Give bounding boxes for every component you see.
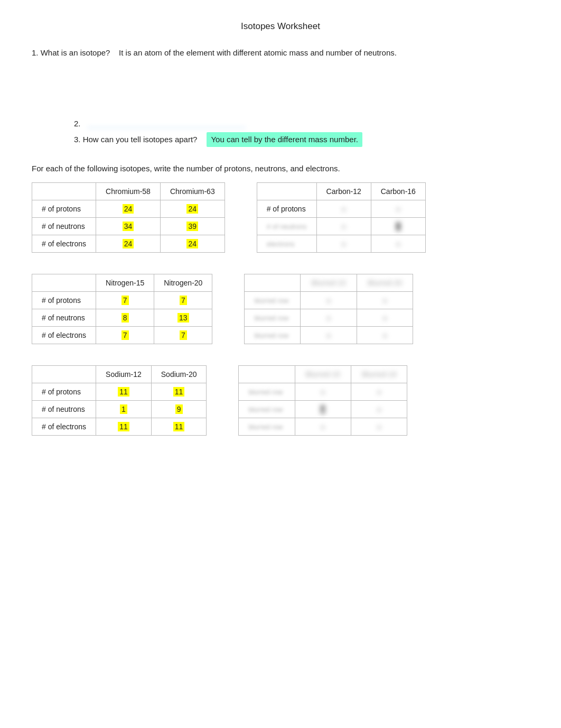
table-row: # of neutrons 1 9 <box>32 401 207 418</box>
table-row: blurred row ● ● <box>245 292 413 309</box>
chromium58-protons: 24 <box>96 200 161 218</box>
table-row: # of protons ● ● <box>257 200 425 218</box>
blurred2-row1-label: blurred row <box>245 292 301 309</box>
chromium-table: Chromium-58 Chromium-63 # of protons 24 … <box>32 182 225 253</box>
sodium20-protons: 11 <box>151 383 207 401</box>
table-row: # of electrons 7 7 <box>32 327 212 344</box>
row-label-protons: # of protons <box>32 200 96 218</box>
row-label-electrons-carbon: electrons <box>257 235 316 253</box>
blurred3-row2-label: blurred row <box>239 401 295 418</box>
table-row: # of protons 7 7 <box>32 292 212 309</box>
carbon16-neutrons: ● <box>371 218 425 235</box>
carbon12-protons: ● <box>316 200 371 218</box>
blurred3-col2-header: Blurred-19 <box>351 366 407 383</box>
blurred3-row3-label: blurred row <box>239 418 295 436</box>
sodium-table: Sodium-12 Sodium-20 # of protons 11 11 #… <box>32 365 207 436</box>
blurred3-col1-header: Blurred-15 <box>295 366 351 383</box>
table-row: # of neutrons ● ● <box>257 218 425 235</box>
row-label-electrons-s: # of electrons <box>32 418 96 436</box>
question-1: 1. What is an isotope? It is an atom of … <box>32 47 529 59</box>
row-label-protons-carbon: # of protons <box>257 200 316 218</box>
q3-answer: You can tell by the different mass numbe… <box>207 132 362 147</box>
row-label-neutrons-n: # of neutrons <box>32 309 96 327</box>
row-label-electrons: # of electrons <box>32 235 96 253</box>
carbon-col1-header: Carbon-12 <box>316 183 371 200</box>
blurred-table-2: Blurred-15 Blurred-20 blurred row ● ● bl… <box>244 274 413 344</box>
blurred2-row2-label: blurred row <box>245 309 301 327</box>
blurred3-row1-label: blurred row <box>239 383 295 401</box>
chromium63-protons: 24 <box>160 200 225 218</box>
carbon-col2-header: Carbon-16 <box>371 183 425 200</box>
sodium-col2-header: Sodium-20 <box>151 366 207 383</box>
carbon12-neutrons: ● <box>316 218 371 235</box>
table-row: # of neutrons 34 39 <box>32 218 225 235</box>
table-row: blurred row ● ● <box>245 309 413 327</box>
blurred2-col1-header: Blurred-15 <box>301 274 357 292</box>
chromium63-electrons: 24 <box>160 235 225 253</box>
table-row: blurred row ● ● <box>239 401 407 418</box>
q3-label: 3. How can you tell isotopes apart? <box>74 133 197 146</box>
table-row: blurred row ● ● <box>239 383 407 401</box>
sodium20-electrons: 11 <box>151 418 207 436</box>
nitrogen15-neutrons: 8 <box>96 309 154 327</box>
table-row: # of protons 11 11 <box>32 383 207 401</box>
carbon-table: Carbon-12 Carbon-16 # of protons ● ● # o… <box>257 182 426 253</box>
chromium-col1-header: Chromium-58 <box>96 183 161 200</box>
nitrogen20-protons: 7 <box>154 292 212 309</box>
tables-row-2: Nitrogen-15 Nitrogen-20 # of protons 7 7… <box>32 274 529 344</box>
sodium12-electrons: 11 <box>96 418 152 436</box>
tables-row-3: Sodium-12 Sodium-20 # of protons 11 11 #… <box>32 365 529 436</box>
page-title: Isotopes Worksheet <box>32 21 529 32</box>
q2-blurred-content <box>87 118 246 128</box>
table-row: # of electrons 11 11 <box>32 418 207 436</box>
sodium12-neutrons: 1 <box>96 401 152 418</box>
table-row: # of protons 24 24 <box>32 200 225 218</box>
nitrogen20-neutrons: 13 <box>154 309 212 327</box>
carbon16-protons: ● <box>371 200 425 218</box>
sodium20-neutrons: 9 <box>151 401 207 418</box>
row-label-neutrons-carbon: # of neutrons <box>257 218 316 235</box>
q1-label: 1. What is an isotope? <box>32 48 110 57</box>
blurred2-col2-header: Blurred-20 <box>357 274 413 292</box>
nitrogen-table: Nitrogen-15 Nitrogen-20 # of protons 7 7… <box>32 274 212 344</box>
row-label-electrons-n: # of electrons <box>32 327 96 344</box>
chromium-col2-header: Chromium-63 <box>160 183 225 200</box>
tables-row-1: Chromium-58 Chromium-63 # of protons 24 … <box>32 182 529 253</box>
q1-answer: It is an atom of the element with differ… <box>119 48 397 57</box>
nitrogen-col1-header: Nitrogen-15 <box>96 274 154 292</box>
row-label-protons-n: # of protons <box>32 292 96 309</box>
section-intro: For each of the following isotopes, writ… <box>32 164 529 173</box>
chromium58-neutrons: 34 <box>96 218 161 235</box>
sodium12-protons: 11 <box>96 383 152 401</box>
q2-label: 2. <box>74 119 81 128</box>
row-label-protons-s: # of protons <box>32 383 96 401</box>
chromium63-neutrons: 39 <box>160 218 225 235</box>
table-row: # of electrons 24 24 <box>32 235 225 253</box>
carbon12-electrons: ● <box>316 235 371 253</box>
nitrogen15-protons: 7 <box>96 292 154 309</box>
table-row: electrons ● ● <box>257 235 425 253</box>
question-3: 3. How can you tell isotopes apart? You … <box>32 132 529 147</box>
nitrogen-col2-header: Nitrogen-20 <box>154 274 212 292</box>
blurred-table-3: Blurred-15 Blurred-19 blurred row ● ● bl… <box>238 365 407 436</box>
table-row: blurred row ● ● <box>245 327 413 344</box>
carbon16-electrons: ● <box>371 235 425 253</box>
table-row: # of neutrons 8 13 <box>32 309 212 327</box>
nitrogen15-electrons: 7 <box>96 327 154 344</box>
chromium58-electrons: 24 <box>96 235 161 253</box>
sodium-col1-header: Sodium-12 <box>96 366 152 383</box>
nitrogen20-electrons: 7 <box>154 327 212 344</box>
row-label-neutrons-s: # of neutrons <box>32 401 96 418</box>
row-label-neutrons: # of neutrons <box>32 218 96 235</box>
table-row: blurred row ● ● <box>239 418 407 436</box>
blurred2-row3-label: blurred row <box>245 327 301 344</box>
